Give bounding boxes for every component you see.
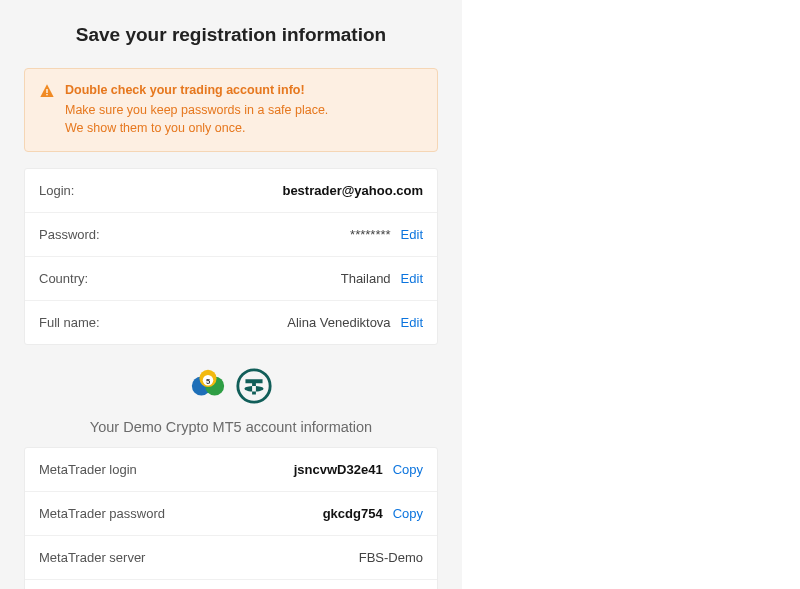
svg-rect-1: [46, 94, 47, 95]
row-mt-server-ip: MetaTrader server IP 176.9.26.40: [25, 579, 437, 589]
warning-line1: Make sure you keep passwords in a safe p…: [65, 103, 328, 117]
row-mt-server: MetaTrader server FBS-Demo: [25, 535, 437, 579]
login-label: Login:: [39, 183, 74, 198]
row-password: Password: ******** Edit: [25, 212, 437, 256]
account-heading: Your Demo Crypto MT5 account information: [24, 419, 438, 435]
page-title: Save your registration information: [24, 24, 438, 46]
svg-rect-0: [46, 89, 47, 93]
fullname-label: Full name:: [39, 315, 100, 330]
fullname-value: Alina Venediktova: [287, 315, 390, 330]
platform-logos: 5: [189, 367, 273, 409]
registration-panel: Save your registration information Doubl…: [0, 0, 462, 589]
mt-server-value: FBS-Demo: [359, 550, 423, 565]
row-fullname: Full name: Alina Venediktova Edit: [25, 300, 437, 344]
warning-line2: We show them to you only once.: [65, 121, 245, 135]
edit-country-link[interactable]: Edit: [401, 271, 423, 286]
warning-box: Double check your trading account info! …: [24, 68, 438, 152]
row-mt-login: MetaTrader login jsncvwD32e41 Copy: [25, 448, 437, 491]
login-value: bestrader@yahoo.com: [282, 183, 423, 198]
edit-password-link[interactable]: Edit: [401, 227, 423, 242]
mt5-icon: 5: [189, 367, 227, 409]
row-login: Login: bestrader@yahoo.com: [25, 169, 437, 212]
warning-triangle-icon: [39, 83, 55, 137]
country-label: Country:: [39, 271, 88, 286]
account-heading-wrap: 5 Your Demo Crypto MT5 account informati…: [24, 367, 438, 435]
row-mt-password: MetaTrader password gkcdg754 Copy: [25, 491, 437, 535]
mt-password-label: MetaTrader password: [39, 506, 165, 521]
mt-login-label: MetaTrader login: [39, 462, 137, 477]
password-value: ********: [350, 227, 390, 242]
tether-icon: [235, 367, 273, 409]
copy-mt-login-link[interactable]: Copy: [393, 462, 423, 477]
country-value: Thailand: [341, 271, 391, 286]
mt-password-value: gkcdg754: [323, 506, 383, 521]
mt-server-label: MetaTrader server: [39, 550, 145, 565]
password-label: Password:: [39, 227, 100, 242]
warning-text: Double check your trading account info! …: [65, 81, 328, 137]
warning-title: Double check your trading account info!: [65, 81, 328, 99]
account-card: MetaTrader login jsncvwD32e41 Copy MetaT…: [24, 447, 438, 589]
mt-login-value: jsncvwD32e41: [294, 462, 383, 477]
edit-fullname-link[interactable]: Edit: [401, 315, 423, 330]
copy-mt-password-link[interactable]: Copy: [393, 506, 423, 521]
row-country: Country: Thailand Edit: [25, 256, 437, 300]
registration-card: Login: bestrader@yahoo.com Password: ***…: [24, 168, 438, 345]
